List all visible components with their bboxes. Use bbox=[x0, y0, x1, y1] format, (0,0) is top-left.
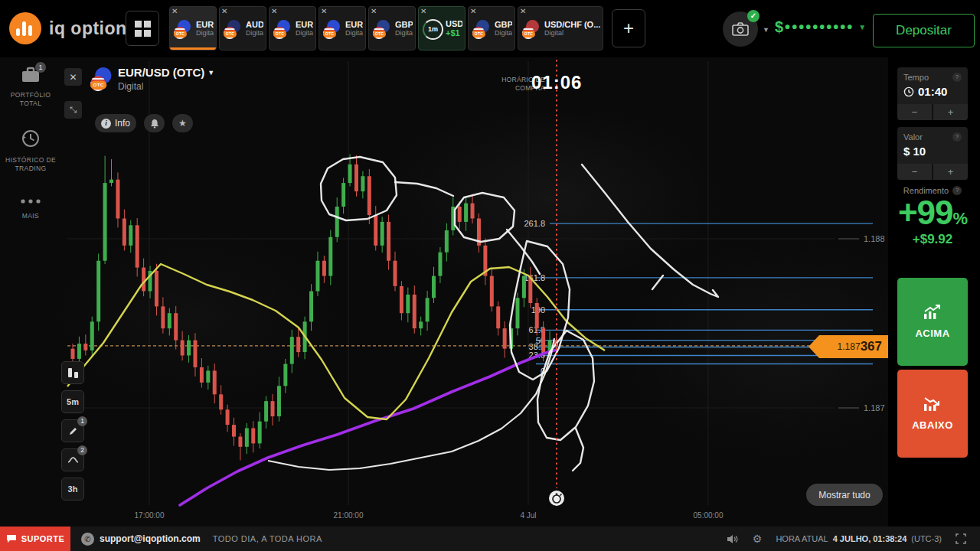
currency-flag-icon: OTC bbox=[273, 20, 293, 43]
help-icon[interactable]: ? bbox=[952, 132, 962, 142]
camera-icon bbox=[732, 22, 749, 36]
sidebar-item-1[interactable]: HISTÓRICO DE TRADING bbox=[0, 129, 61, 174]
timeframe-3h-button[interactable]: 3h bbox=[61, 478, 84, 500]
svg-text:4 Jul: 4 Jul bbox=[520, 511, 536, 520]
chart-down-icon bbox=[923, 396, 942, 412]
tab-symbol: EUR bbox=[345, 20, 363, 29]
tab-symbol: GBP bbox=[495, 20, 512, 29]
account-balance[interactable]: $•••••••••• ▼ bbox=[775, 18, 867, 36]
settings-gear-icon[interactable]: ⚙ bbox=[753, 533, 763, 545]
tab-close-icon[interactable]: ✕ bbox=[221, 7, 227, 16]
tab-close-icon[interactable]: ✕ bbox=[520, 7, 526, 16]
svg-text:05:00:00: 05:00:00 bbox=[694, 511, 724, 520]
collapse-chart-button[interactable]: ⤡ bbox=[64, 101, 82, 119]
mostrar-tudo-button[interactable]: Mostrar tudo bbox=[806, 484, 883, 506]
currency-flag-icon: OTC bbox=[224, 20, 243, 43]
drawing-count-badge: 1 bbox=[77, 416, 87, 426]
tab-close-icon[interactable]: ✕ bbox=[420, 7, 426, 16]
drawing-tools-button[interactable]: 1 bbox=[61, 419, 84, 442]
currency-flag-icon: OTC bbox=[522, 20, 542, 43]
valor-plus-button[interactable]: + bbox=[933, 164, 968, 180]
deposit-button[interactable]: Depositar bbox=[873, 14, 975, 47]
chart-type-button[interactable] bbox=[61, 361, 84, 384]
sidebar-item-0[interactable]: 1PORTFÓLIO TOTAL bbox=[0, 67, 61, 109]
valor-minus-button[interactable]: − bbox=[897, 164, 932, 180]
asset-actions: i Info ★ bbox=[95, 114, 193, 132]
balance-masked: $•••••••••• bbox=[775, 18, 854, 36]
tempo-minus-button[interactable]: − bbox=[897, 104, 932, 120]
tab-subtype: Digital bbox=[395, 29, 413, 37]
tab-subtype: Digital bbox=[296, 29, 313, 37]
camera-caret-icon[interactable]: ▼ bbox=[763, 26, 769, 34]
chart-toolbar: 5m 1 2 3h bbox=[61, 361, 87, 507]
info-button[interactable]: i Info bbox=[95, 114, 136, 132]
more-dots-icon bbox=[20, 194, 41, 207]
asset-tab-aud[interactable]: ✕OTCAUDDigital bbox=[219, 6, 266, 51]
suporte-label: SUPORTE bbox=[21, 534, 65, 543]
tab-subtype: Digital bbox=[544, 29, 600, 37]
info-label: Info bbox=[115, 118, 130, 129]
tab-subtype: Digital bbox=[246, 29, 263, 37]
expiry-timer-icon: 1m bbox=[423, 19, 443, 40]
currency-flag-icon: OTC bbox=[472, 20, 492, 43]
suporte-button[interactable]: SUPORTE bbox=[0, 527, 70, 551]
asset-header[interactable]: OTC EUR/USD (OTC)▼ Digital bbox=[90, 66, 214, 92]
tab-symbol: EUR bbox=[196, 20, 214, 29]
asset-tab-usdchfo[interactable]: ✕OTCUSD/CHF (O...Digital bbox=[518, 6, 603, 51]
grid-icon bbox=[135, 21, 151, 37]
help-icon[interactable]: ? bbox=[952, 73, 962, 82]
sidebar-item-label: PORTFÓLIO TOTAL bbox=[0, 91, 61, 109]
sidebar-item-2[interactable]: MAIS bbox=[0, 194, 61, 220]
fullscreen-icon[interactable] bbox=[956, 533, 966, 544]
left-sidebar: 1PORTFÓLIO TOTALHISTÓRICO DE TRADINGMAIS bbox=[0, 57, 61, 527]
tab-close-icon[interactable]: ✕ bbox=[271, 7, 277, 16]
briefcase-icon: 1 bbox=[21, 67, 41, 86]
tab-symbol: USD/CHF (O... bbox=[544, 20, 600, 29]
asset-tab-eur[interactable]: ✕OTCEURDigital bbox=[318, 6, 366, 51]
asset-caret-icon[interactable]: ▼ bbox=[207, 69, 214, 77]
currency-flag-icon: OTC bbox=[323, 20, 343, 43]
history-icon bbox=[21, 129, 41, 152]
chart-up-icon bbox=[923, 305, 942, 320]
tab-close-icon[interactable]: ✕ bbox=[321, 7, 327, 16]
tab-subtype: Digital bbox=[495, 29, 512, 37]
check-badge-icon: ✓ bbox=[747, 10, 760, 22]
asset-tab-usd[interactable]: ✕1mUSD+$1 bbox=[418, 6, 466, 51]
balance-caret-icon: ▼ bbox=[858, 23, 867, 31]
tab-subtype: Digital bbox=[345, 29, 363, 37]
asset-tab-gbp[interactable]: ✕OTCGBPDigital bbox=[368, 6, 416, 51]
rendimento-block: Rendimento? +99% +$9.92 bbox=[893, 186, 972, 247]
asset-tab-eur[interactable]: ✕OTCEURDigital bbox=[169, 6, 217, 51]
screenshot-button[interactable]: ✓ bbox=[723, 11, 758, 47]
close-chart-button[interactable]: ✕ bbox=[64, 68, 82, 86]
phone-icon: ✆ bbox=[81, 533, 94, 546]
abaixo-button[interactable]: ABAIXO bbox=[897, 370, 968, 458]
tab-symbol: EUR bbox=[296, 20, 313, 29]
add-asset-button[interactable]: + bbox=[612, 9, 645, 47]
timeframe-5m-button[interactable]: 5m bbox=[61, 390, 84, 413]
tempo-plus-button[interactable]: + bbox=[933, 104, 968, 120]
acima-button[interactable]: ACIMA bbox=[897, 278, 968, 366]
asset-tab-gbp[interactable]: ✕OTCGBPDigital bbox=[468, 6, 515, 51]
support-email[interactable]: support@iqoption.com bbox=[100, 533, 201, 544]
tab-close-icon[interactable]: ✕ bbox=[172, 7, 178, 16]
sidebar-item-label: HISTÓRICO DE TRADING bbox=[0, 156, 61, 174]
acima-label: ACIMA bbox=[915, 328, 949, 339]
indicators-button[interactable]: 2 bbox=[61, 448, 84, 471]
alerts-button[interactable] bbox=[144, 114, 165, 132]
help-icon[interactable]: ? bbox=[952, 186, 962, 195]
svg-text:17:00:00: 17:00:00 bbox=[135, 511, 165, 520]
asset-tab-eur[interactable]: ✕OTCEURDigital bbox=[269, 6, 316, 51]
favorite-button[interactable]: ★ bbox=[172, 114, 193, 132]
valor-value: $ 10 bbox=[903, 145, 926, 158]
clock-icon bbox=[903, 86, 914, 97]
tab-close-icon[interactable]: ✕ bbox=[470, 7, 476, 16]
tab-close-icon[interactable]: ✕ bbox=[371, 7, 377, 16]
iq-option-logo[interactable]: iq option bbox=[9, 12, 127, 44]
bell-icon bbox=[150, 119, 159, 129]
apps-grid-button[interactable] bbox=[126, 11, 159, 46]
speaker-icon[interactable] bbox=[727, 534, 739, 544]
eurusd-flag-icon: OTC bbox=[90, 67, 116, 96]
svg-text:1.187: 1.187 bbox=[864, 403, 885, 412]
currency-flag-icon: OTC bbox=[174, 20, 194, 43]
